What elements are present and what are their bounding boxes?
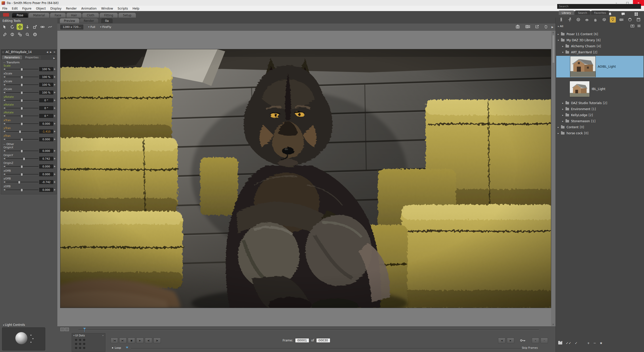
add-folder-icon[interactable] [558, 342, 562, 344]
actor-next-icon[interactable]: ▶ [50, 51, 52, 53]
library-filter-all[interactable]: All [558, 25, 563, 28]
param-slider[interactable] [6, 122, 38, 125]
tree-item-mydaz[interactable]: My DAZ 3D Library[6] [556, 37, 644, 43]
ui-dots-title[interactable]: UI Dots» [72, 333, 105, 337]
dial-left-icon[interactable]: ◀ [4, 157, 5, 160]
loop-toggle[interactable]: Loop [112, 346, 121, 349]
dial-right-icon[interactable]: ▶ [54, 165, 56, 168]
room-tab-face[interactable]: Face [50, 13, 66, 18]
size-dropdown[interactable]: Full [88, 25, 95, 29]
tree-item-aoibl-light[interactable]: AOIBL_Light [556, 56, 643, 77]
param-slider[interactable] [6, 75, 38, 78]
menu-object[interactable]: Object [34, 6, 48, 11]
dial-right-icon[interactable]: ▶ [54, 107, 56, 110]
current-frame-field[interactable]: 00001 [295, 338, 309, 343]
ui-dot[interactable] [79, 339, 81, 341]
param-value[interactable]: 0.000 [39, 137, 53, 141]
param-value[interactable]: 0 ° [39, 114, 53, 118]
palette-menu-icon[interactable]: ≡ [53, 51, 55, 53]
ui-dot[interactable] [75, 347, 77, 349]
menu-help[interactable]: Help [130, 6, 142, 11]
menu-scripts[interactable]: Scripts [115, 6, 130, 11]
viewport-scrollbar[interactable]: ▲ ▼ [551, 31, 555, 326]
param-value[interactable]: 100 % [39, 75, 53, 79]
scene-tab[interactable]: 0a [101, 18, 113, 23]
grouping-tool-icon[interactable] [17, 31, 23, 37]
add-keyframe-button[interactable]: + [532, 338, 539, 343]
checkmark-icon[interactable]: ✓ [575, 341, 578, 345]
remove-item-icon[interactable]: − [593, 341, 596, 345]
zoom-tool-icon[interactable] [24, 31, 30, 37]
next-key-button[interactable]: ▶ [507, 338, 514, 343]
render-preview[interactable] [60, 49, 551, 308]
actor-prev-icon[interactable]: ◀ [47, 51, 48, 53]
menu-render[interactable]: Render [64, 6, 79, 11]
props-category-icon[interactable] [601, 17, 607, 23]
menu-display[interactable]: Display [48, 6, 64, 11]
dial-left-icon[interactable]: ◀ [4, 99, 5, 102]
scale-tool-icon[interactable] [32, 24, 38, 30]
timeline-layer-icon[interactable] [60, 328, 64, 331]
favorite-star-icon[interactable]: ★ [600, 341, 603, 345]
timeline-layer2-icon[interactable] [65, 328, 69, 331]
poses-category-icon[interactable] [567, 17, 573, 23]
dial-left-icon[interactable]: ◀ [4, 138, 5, 141]
dial-left-icon[interactable]: ◀ [4, 181, 5, 184]
orbit-view-tool-icon[interactable] [32, 31, 38, 37]
param-slider[interactable] [6, 165, 38, 168]
messages-chat-icon[interactable] [621, 12, 625, 16]
dial-right-icon[interactable]: ▶ [54, 188, 56, 191]
translate-tool-icon[interactable] [17, 24, 23, 30]
param-value[interactable]: 0.000 [39, 149, 53, 153]
tab-parameters[interactable]: Parameters [2, 55, 22, 59]
light-handle-dot[interactable] [30, 335, 31, 336]
param-value[interactable]: 0.000 [39, 122, 53, 126]
last-frame-button[interactable]: ▶| [119, 338, 127, 343]
library-view-options-icon[interactable] [637, 24, 641, 28]
light-handle-dot[interactable] [30, 342, 31, 343]
tab-properties[interactable]: Properties [23, 55, 41, 59]
param-slider[interactable] [6, 181, 38, 184]
param-value[interactable]: -1.410 [39, 129, 53, 134]
actor-name[interactable]: AC_BYHayBale_14 [6, 50, 32, 54]
dial-right-icon[interactable]: ▶ [54, 75, 56, 78]
tree-item-daz-tutorials[interactable]: DAZ Studio Tutorials[2] [556, 100, 644, 106]
room-tab-material[interactable]: Material [29, 13, 50, 18]
dial-right-icon[interactable]: ▶ [54, 130, 56, 133]
translate-y-tool-icon[interactable] [24, 24, 30, 30]
scroll-up-icon[interactable]: ▲ [552, 31, 554, 33]
scroll-down-icon[interactable]: ▼ [552, 324, 554, 326]
param-value[interactable]: 0.000 [39, 172, 53, 176]
light-handle-dot[interactable] [32, 338, 33, 339]
tree-item-poser11[interactable]: Poser 11 Content[6] [556, 31, 644, 37]
dial-left-icon[interactable]: ◀ [4, 107, 5, 110]
room-tab-cloth[interactable]: Cloth [82, 13, 99, 18]
dial-right-icon[interactable]: ▶ [54, 91, 56, 94]
dial-left-icon[interactable]: ◀ [4, 173, 5, 176]
menu-animation[interactable]: Animation [79, 6, 99, 11]
param-slider[interactable] [6, 149, 38, 152]
dial-right-icon[interactable]: ▶ [54, 149, 56, 152]
loop-range-marker[interactable] [126, 347, 128, 348]
param-slider[interactable] [6, 157, 38, 160]
menu-figure[interactable]: Figure [20, 6, 34, 11]
dial-right-icon[interactable]: ▶ [54, 114, 56, 117]
delete-keyframe-button[interactable]: − [541, 338, 548, 343]
ui-dot[interactable] [79, 347, 81, 349]
param-slider[interactable] [6, 107, 38, 110]
scrollbar-thumb[interactable] [552, 35, 555, 63]
param-value[interactable]: 0 ° [39, 106, 53, 110]
dial-left-icon[interactable]: ◀ [4, 114, 5, 117]
loop-range-track[interactable] [131, 348, 538, 349]
library-tab[interactable]: Library [559, 11, 574, 15]
param-slider[interactable] [6, 83, 38, 86]
param-slider[interactable] [6, 68, 38, 71]
toolbar-expand-icon[interactable]: ▶ [551, 26, 553, 28]
dial-left-icon[interactable]: ◀ [4, 130, 5, 133]
timeline-track[interactable] [78, 329, 539, 330]
chain-tool-icon[interactable] [39, 24, 46, 30]
expressions-category-icon[interactable] [575, 17, 581, 23]
param-slider[interactable] [6, 173, 38, 176]
param-slider[interactable] [6, 99, 38, 102]
param-slider[interactable] [6, 91, 38, 94]
